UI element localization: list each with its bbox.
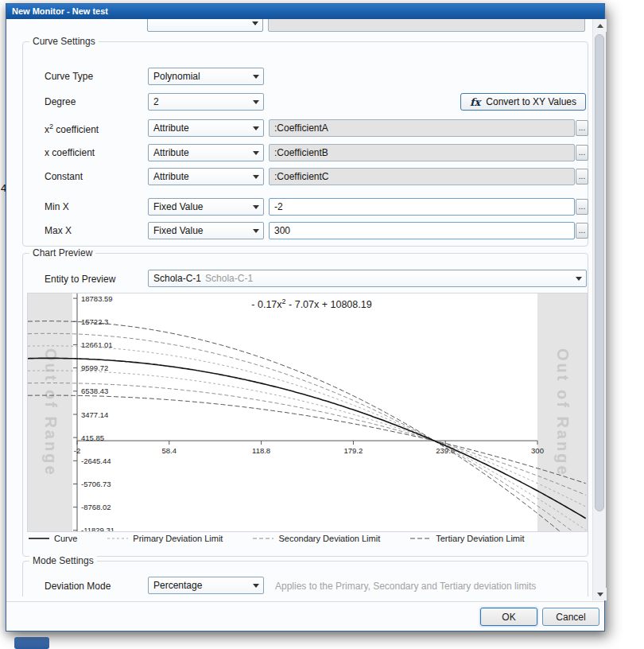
x2-coefficient-mode-value: Attribute [149, 122, 249, 134]
min-x-mode-combobox[interactable]: Fixed Value [148, 198, 264, 216]
x2-coefficient-browse-button[interactable]: ... [576, 120, 588, 136]
x-coefficient-label: x coefficient [45, 147, 95, 158]
cutoff-field [268, 19, 585, 32]
legend-item-primary-deviation: Primary Deviation Limit [107, 534, 223, 543]
constant-mode-combobox[interactable]: Attribute [148, 168, 264, 185]
x-coefficient-field-value: :CoefficientB [274, 147, 328, 158]
curve-type-label: Curve Type [45, 71, 93, 82]
x2-coefficient-label: x2 coefficient [45, 122, 99, 135]
footer-separator [6, 601, 604, 602]
svg-text:12661.01: 12661.01 [81, 340, 113, 349]
chevron-down-icon [249, 151, 263, 155]
x-coefficient-mode-value: Attribute [149, 147, 249, 158]
chevron-down-icon [249, 175, 263, 179]
scroll-down-button[interactable] [593, 588, 607, 600]
curve-settings-group: Curve Settings Curve Type Polynomial Deg… [22, 41, 588, 247]
mode-settings-group-label: Mode Settings [29, 555, 97, 566]
ok-button[interactable]: OK [480, 608, 537, 626]
new-monitor-dialog: New Monitor - New test Curve Settings Cu… [6, 3, 605, 632]
chevron-down-icon [249, 75, 263, 79]
scroll-down-icon [597, 593, 603, 597]
min-x-browse-button[interactable]: ... [576, 199, 588, 215]
convert-to-xy-label: Convert to XY Values [486, 96, 576, 107]
svg-text:3477.14: 3477.14 [81, 410, 108, 419]
curve-settings-group-label: Curve Settings [29, 36, 99, 47]
fx-icon: fx [470, 96, 480, 108]
secondary-deviation-line-sample [253, 536, 274, 541]
chart-preview-group-label: Chart Preview [29, 247, 95, 258]
scroll-thumb[interactable] [595, 34, 604, 511]
constant-browse-button[interactable]: ... [576, 169, 588, 185]
chevron-down-icon [248, 21, 262, 25]
chart-legend: Curve Primary Deviation Limit Secondary … [29, 534, 525, 543]
x-coefficient-field[interactable]: :CoefficientB [269, 144, 575, 161]
deviation-mode-hint: Applies to the Primary, Secondary and Te… [275, 581, 536, 592]
degree-combobox[interactable]: 2 [148, 93, 264, 111]
primary-deviation-line-sample [107, 536, 128, 541]
x2-coefficient-field-value: :CoefficientA [274, 122, 328, 134]
curve-chart: Out of Range Out of Range -258.4118.8179… [27, 293, 588, 532]
chevron-down-icon [249, 584, 263, 588]
max-x-mode-value: Fixed Value [149, 225, 249, 236]
chart-canvas: -258.4118.8179.2239.630018783.5915722.31… [28, 293, 587, 531]
chevron-down-icon [249, 229, 263, 233]
svg-text:-2645.44: -2645.44 [81, 457, 111, 465]
curve-type-value: Polynomial [149, 71, 249, 82]
entity-to-preview-combobox[interactable]: Schola-C-1Schola-C-1 [148, 270, 587, 287]
x2-coefficient-field[interactable]: :CoefficientA [269, 119, 575, 137]
svg-text:415.85: 415.85 [81, 433, 104, 442]
cutoff-combobox[interactable] [147, 19, 263, 32]
max-x-mode-combobox[interactable]: Fixed Value [148, 222, 264, 239]
x-coefficient-mode-combobox[interactable]: Attribute [148, 144, 264, 161]
legend-item-curve: Curve [29, 534, 77, 543]
max-x-input-value: 300 [274, 225, 290, 236]
degree-label: Degree [45, 96, 76, 107]
min-x-label: Min X [45, 201, 69, 212]
chevron-down-icon [572, 277, 586, 281]
svg-text:- 0.17x2 - 7.07x + 10808.19: - 0.17x2 - 7.07x + 10808.19 [251, 297, 371, 310]
svg-text:-11829.31: -11829.31 [81, 526, 114, 531]
max-x-label: Max X [45, 225, 72, 236]
chart-preview-group: Chart Preview Entity to Preview Schola-C… [22, 253, 588, 557]
cancel-button[interactable]: Cancel [542, 608, 599, 626]
min-x-mode-value: Fixed Value [149, 201, 249, 212]
svg-text:118.8: 118.8 [252, 446, 270, 455]
max-x-input[interactable]: 300 [269, 222, 575, 239]
dialog-scroll-content: Curve Settings Curve Type Polynomial Deg… [6, 19, 592, 597]
svg-text:58.4: 58.4 [162, 446, 177, 455]
deviation-mode-combobox[interactable]: Percentage [148, 577, 264, 594]
svg-text:-2: -2 [74, 446, 80, 455]
legend-item-secondary-deviation: Secondary Deviation Limit [253, 534, 380, 543]
scroll-up-icon [597, 24, 603, 28]
x2-coefficient-mode-combobox[interactable]: Attribute [148, 119, 264, 137]
entity-value-secondary: Schola-C-1 [205, 273, 253, 284]
background-window-fragment [14, 637, 49, 649]
svg-text:-8768.02: -8768.02 [81, 503, 111, 511]
scroll-up-button[interactable] [593, 19, 607, 32]
curve-line-sample [29, 536, 49, 541]
x-coefficient-browse-button[interactable]: ... [576, 145, 588, 161]
vertical-scrollbar[interactable] [592, 19, 606, 600]
degree-value: 2 [149, 96, 249, 107]
min-x-input-value: -2 [274, 201, 283, 212]
constant-mode-value: Attribute [149, 171, 249, 182]
constant-field[interactable]: :CoefficientC [269, 168, 575, 185]
max-x-browse-button[interactable]: ... [576, 223, 588, 239]
svg-text:6538.43: 6538.43 [81, 387, 108, 395]
constant-field-value: :CoefficientC [274, 171, 328, 182]
svg-text:-5706.73: -5706.73 [81, 480, 111, 488]
deviation-mode-value: Percentage [149, 580, 249, 591]
svg-text:300: 300 [531, 446, 544, 455]
svg-text:179.2: 179.2 [344, 446, 363, 455]
curve-type-combobox[interactable]: Polynomial [148, 68, 264, 85]
entity-to-preview-label: Entity to Preview [45, 274, 115, 285]
deviation-mode-label: Deviation Mode [45, 581, 111, 592]
convert-to-xy-button[interactable]: fx Convert to XY Values [460, 93, 586, 111]
min-x-input[interactable]: -2 [269, 198, 575, 216]
legend-item-tertiary-deviation: Tertiary Deviation Limit [410, 534, 524, 543]
tertiary-deviation-line-sample [410, 536, 431, 541]
chevron-down-icon [249, 205, 263, 209]
constant-label: Constant [45, 171, 83, 182]
chevron-down-icon [249, 126, 263, 130]
dialog-titlebar[interactable]: New Monitor - New test [6, 4, 604, 19]
